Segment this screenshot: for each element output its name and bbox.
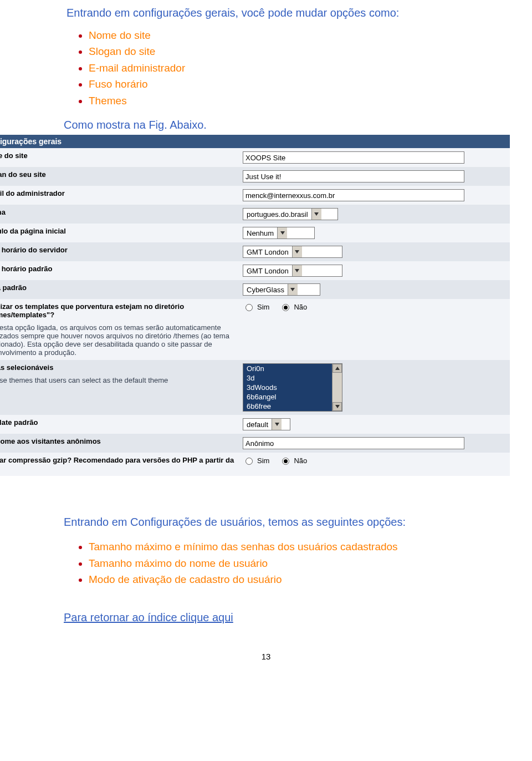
row-language: Idioma portugues.do.brasil — [0, 205, 510, 224]
radio-yes[interactable]: Sim — [243, 302, 269, 311]
label-template-set: template padrão — [0, 418, 243, 427]
users-heading: Entrando em Configurações de usuários, t… — [22, 516, 510, 529]
label-slogan: Slogan do seu site — [0, 170, 243, 179]
chevron-down-icon — [272, 419, 282, 430]
default-tz-select[interactable]: GMT London — [243, 265, 342, 277]
chevron-down-icon[interactable] — [332, 402, 342, 411]
list-item: Slogan do site — [89, 43, 510, 59]
list-item[interactable]: 3dWoods — [243, 383, 332, 392]
chevron-down-icon — [292, 265, 302, 276]
general-settings-form: Configurações gerais Nome do site Slogan… — [0, 135, 510, 476]
radio-yes[interactable]: Sim — [243, 456, 269, 465]
svg-marker-2 — [295, 250, 299, 253]
svg-marker-4 — [290, 288, 295, 291]
label-anon-name: Um nome aos visitantes anônimos — [0, 437, 243, 445]
list-item: Nome do site — [89, 27, 510, 43]
svg-marker-3 — [295, 269, 299, 272]
chevron-down-icon — [292, 246, 302, 257]
svg-marker-5 — [335, 367, 340, 370]
gzip-radios: Sim Não — [243, 456, 505, 465]
row-anon-name: Um nome aos visitantes anônimos — [0, 434, 510, 453]
selectable-themes-list[interactable]: Ori0n 3d 3dWoods 6b6angel 6b6free — [243, 363, 342, 412]
label-email: E-mail do administrador — [0, 189, 243, 197]
return-to-index-link[interactable]: Para retornar ao índice clique aqui — [22, 611, 233, 624]
chevron-down-icon — [288, 284, 298, 295]
form-header: Configurações gerais — [0, 135, 510, 148]
list-item: Modo de ativação de cadastro do usuário — [89, 571, 510, 587]
users-list: Tamanho máximo e mínimo das senhas dos u… — [22, 539, 510, 587]
slogan-input[interactable] — [243, 170, 464, 182]
list-item[interactable]: Ori0n — [243, 364, 332, 373]
intro-heading: Entrando em configurações gerais, você p… — [22, 7, 510, 19]
list-item: Tamanho máximo e mínimo das senhas dos u… — [89, 539, 510, 555]
row-selectable-themes: Temas selecionáveis Choose themes that u… — [0, 360, 510, 415]
row-gzip: Utilizar compressão gzip? Recomendado pa… — [0, 453, 510, 476]
label-default-tz: Fuso horário padrão — [0, 265, 243, 273]
chevron-up-icon[interactable] — [332, 364, 342, 373]
row-email: E-mail do administrador — [0, 186, 510, 205]
row-site-name: Nome do site — [0, 148, 510, 167]
anon-name-input[interactable] — [243, 437, 464, 449]
label-start-module: Módulo da página inicial — [0, 227, 243, 235]
row-default-tz: Fuso horário padrão GMT London — [0, 261, 510, 280]
email-input[interactable] — [243, 189, 464, 201]
list-item: Tamanho máximo do nome de usuário — [89, 555, 510, 571]
row-start-module: Módulo da página inicial Nenhum — [0, 224, 510, 242]
server-tz-select[interactable]: GMT London — [243, 246, 342, 258]
scrollbar[interactable] — [332, 364, 342, 411]
label-site-name: Nome do site — [0, 151, 243, 160]
label-language: Idioma — [0, 208, 243, 216]
chevron-down-icon — [311, 209, 321, 220]
figure-caption: Como mostra na Fig. Abaixo. — [22, 119, 510, 131]
label-selectable-themes: Temas selecionáveis Choose themes that u… — [0, 363, 243, 384]
help-selectable-themes: Choose themes that users can select as t… — [0, 376, 237, 384]
svg-marker-1 — [280, 231, 285, 235]
site-name-input[interactable] — [243, 151, 464, 164]
chevron-down-icon — [277, 227, 287, 239]
list-item: Fuso horário — [89, 76, 510, 92]
theme-select[interactable]: CyberGlass — [243, 283, 320, 296]
svg-marker-0 — [314, 212, 319, 216]
radio-no[interactable]: Não — [279, 302, 307, 311]
radio-no[interactable]: Não — [279, 456, 307, 465]
list-item: E-mail administrador — [89, 60, 510, 76]
template-set-select[interactable]: default — [243, 418, 290, 430]
language-select[interactable]: portugues.do.brasil — [243, 208, 338, 220]
start-module-select[interactable]: Nenhum — [243, 227, 315, 239]
label-server-tz: Fuso horário do servidor — [0, 246, 243, 254]
label-gzip: Utilizar compressão gzip? Recomendado pa… — [0, 456, 243, 473]
row-slogan: Slogan do seu site — [0, 167, 510, 186]
list-item[interactable]: 6b6angel — [243, 392, 332, 402]
svg-marker-7 — [275, 423, 279, 426]
list-item[interactable]: 3d — [243, 373, 332, 383]
intro-list: Nome do site Slogan do site E-mail admin… — [22, 27, 510, 109]
label-update-templates: Atualizar os templates que porventura es… — [0, 302, 243, 357]
row-theme: Tema padrão CyberGlass — [0, 280, 510, 299]
list-item[interactable]: 6b6free — [243, 402, 332, 411]
row-template-set: template padrão default — [0, 415, 510, 434]
row-server-tz: Fuso horário do servidor GMT London — [0, 242, 510, 261]
row-update-templates: Atualizar os templates que porventura es… — [0, 299, 510, 360]
page-number: 13 — [22, 652, 510, 672]
label-theme: Tema padrão — [0, 283, 243, 292]
list-item: Themes — [89, 93, 510, 109]
update-templates-radios: Sim Não — [243, 302, 505, 311]
help-update-templates: Com esta opção ligada, os arquivos com o… — [0, 323, 237, 357]
svg-marker-6 — [335, 405, 340, 408]
